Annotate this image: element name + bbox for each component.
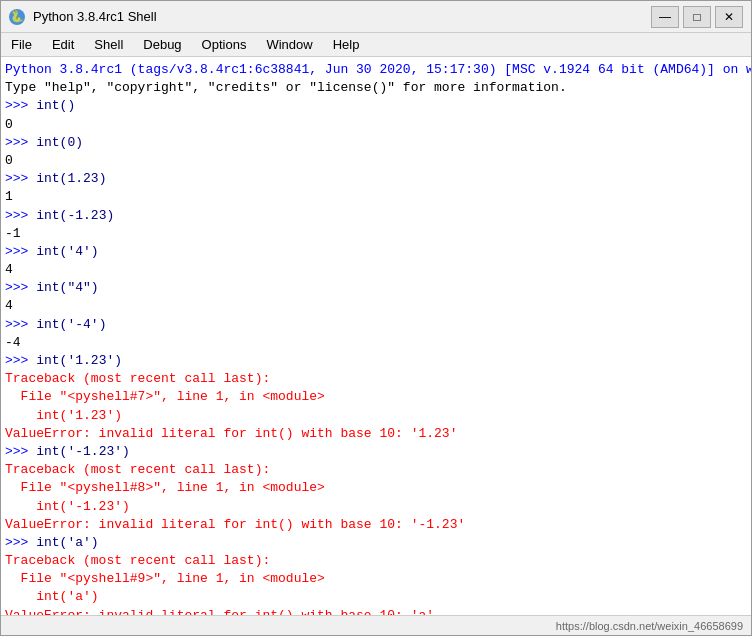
- console-area[interactable]: Python 3.8.4rc1 (tags/v3.8.4rc1:6c38841,…: [1, 57, 751, 615]
- status-text: https://blog.csdn.net/weixin_46658699: [556, 620, 743, 632]
- minimize-button[interactable]: —: [651, 6, 679, 28]
- title-bar-left: Python 3.8.4rc1 Shell: [9, 9, 157, 25]
- menu-item-options[interactable]: Options: [192, 35, 257, 54]
- menu-item-help[interactable]: Help: [323, 35, 370, 54]
- console-prompt-line: >>> int('a'): [5, 534, 747, 552]
- console-prompt-line: >>> int('-4'): [5, 316, 747, 334]
- console-line: File "<pyshell#7>", line 1, in <module>: [5, 388, 747, 406]
- console-prompt-line: >>> int(-1.23): [5, 207, 747, 225]
- console-line: int('1.23'): [5, 407, 747, 425]
- console-prompt-line: >>> int(0): [5, 134, 747, 152]
- console-line: 4: [5, 297, 747, 315]
- console-prompt-line: >>> int('1.23'): [5, 352, 747, 370]
- console-line: Traceback (most recent call last):: [5, 552, 747, 570]
- menu-item-file[interactable]: File: [1, 35, 42, 54]
- window-title: Python 3.8.4rc1 Shell: [33, 9, 157, 24]
- console-line: 4: [5, 261, 747, 279]
- console-prompt-line: >>> int(): [5, 97, 747, 115]
- menu-item-window[interactable]: Window: [256, 35, 322, 54]
- maximize-button[interactable]: □: [683, 6, 711, 28]
- console-line: ValueError: invalid literal for int() wi…: [5, 607, 747, 615]
- console-line: 1: [5, 188, 747, 206]
- console-line: Traceback (most recent call last):: [5, 370, 747, 388]
- console-line: int('a'): [5, 588, 747, 606]
- title-bar: Python 3.8.4rc1 Shell — □ ✕: [1, 1, 751, 33]
- console-line: ValueError: invalid literal for int() wi…: [5, 516, 747, 534]
- status-bar: https://blog.csdn.net/weixin_46658699: [1, 615, 751, 635]
- console-line: Type "help", "copyright", "credits" or "…: [5, 79, 747, 97]
- console-prompt-line: >>> int('-1.23'): [5, 443, 747, 461]
- console-line: -1: [5, 225, 747, 243]
- console-prompt-line: >>> int('4'): [5, 243, 747, 261]
- menu-item-debug[interactable]: Debug: [133, 35, 191, 54]
- console-line: File "<pyshell#9>", line 1, in <module>: [5, 570, 747, 588]
- title-controls: — □ ✕: [651, 6, 743, 28]
- menu-item-edit[interactable]: Edit: [42, 35, 84, 54]
- close-button[interactable]: ✕: [715, 6, 743, 28]
- console-line: 0: [5, 116, 747, 134]
- console-line: int('-1.23'): [5, 498, 747, 516]
- console-line: ValueError: invalid literal for int() wi…: [5, 425, 747, 443]
- menu-item-shell[interactable]: Shell: [84, 35, 133, 54]
- console-line: 0: [5, 152, 747, 170]
- python-icon: [9, 9, 25, 25]
- console-line: File "<pyshell#8>", line 1, in <module>: [5, 479, 747, 497]
- console-prompt-line: >>> int("4"): [5, 279, 747, 297]
- console-line: Python 3.8.4rc1 (tags/v3.8.4rc1:6c38841,…: [5, 61, 747, 79]
- menu-bar: FileEditShellDebugOptionsWindowHelp: [1, 33, 751, 57]
- python-shell-window: Python 3.8.4rc1 Shell — □ ✕ FileEditShel…: [0, 0, 752, 636]
- console-line: -4: [5, 334, 747, 352]
- console-wrapper: Python 3.8.4rc1 (tags/v3.8.4rc1:6c38841,…: [1, 57, 751, 615]
- console-line: Traceback (most recent call last):: [5, 461, 747, 479]
- console-prompt-line: >>> int(1.23): [5, 170, 747, 188]
